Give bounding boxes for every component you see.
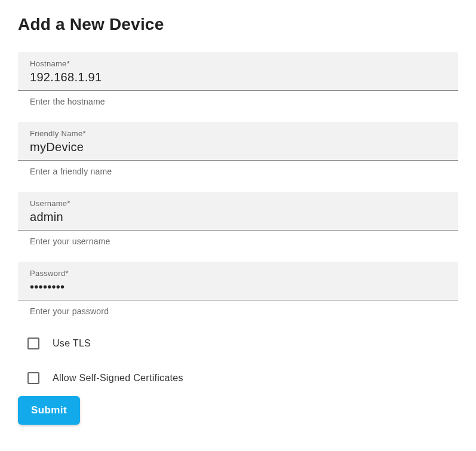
hostname-field-group: Hostname* Enter the hostname bbox=[18, 52, 458, 117]
allow-self-signed-label: Allow Self-Signed Certificates bbox=[53, 373, 183, 383]
password-helper: Enter your password bbox=[18, 300, 458, 327]
password-field-group: Password* Enter your password bbox=[18, 262, 458, 327]
username-input[interactable] bbox=[30, 210, 446, 224]
use-tls-checkbox[interactable] bbox=[27, 338, 39, 349]
hostname-helper: Enter the hostname bbox=[18, 91, 458, 117]
password-label: Password* bbox=[30, 269, 446, 278]
friendly-name-field-group: Friendly Name* Enter a friendly name bbox=[18, 122, 458, 187]
username-input-wrapper[interactable]: Username* bbox=[18, 192, 458, 231]
password-input[interactable] bbox=[30, 280, 446, 294]
hostname-input[interactable] bbox=[30, 70, 446, 84]
friendly-name-helper: Enter a friendly name bbox=[18, 161, 458, 187]
page-title: Add a New Device bbox=[18, 15, 458, 34]
friendly-name-input-wrapper[interactable]: Friendly Name* bbox=[18, 122, 458, 161]
hostname-label: Hostname* bbox=[30, 59, 446, 68]
username-label: Username* bbox=[30, 199, 446, 208]
username-field-group: Username* Enter your username bbox=[18, 192, 458, 257]
friendly-name-label: Friendly Name* bbox=[30, 129, 446, 138]
use-tls-label: Use TLS bbox=[53, 338, 91, 349]
friendly-name-input[interactable] bbox=[30, 140, 446, 154]
username-helper: Enter your username bbox=[18, 231, 458, 257]
allow-self-signed-row[interactable]: Allow Self-Signed Certificates bbox=[18, 366, 458, 390]
use-tls-row[interactable]: Use TLS bbox=[18, 332, 458, 355]
hostname-input-wrapper[interactable]: Hostname* bbox=[18, 52, 458, 91]
submit-button[interactable]: Submit bbox=[18, 396, 80, 425]
password-input-wrapper[interactable]: Password* bbox=[18, 262, 458, 300]
allow-self-signed-checkbox[interactable] bbox=[27, 372, 39, 384]
